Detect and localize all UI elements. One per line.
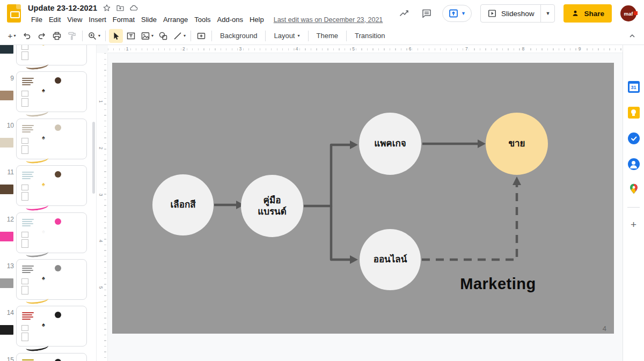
avatar-status-badge <box>634 11 638 15</box>
ruler-number: 6 <box>408 46 413 51</box>
google-tasks-icon[interactable] <box>627 131 641 145</box>
slide-thumbnail-card[interactable]: ♠ <box>16 353 87 361</box>
activity-dashboard-icon[interactable] <box>397 6 411 20</box>
slideshow-icon <box>487 9 497 18</box>
google-keep-icon[interactable] <box>627 106 641 120</box>
vertical-ruler: 12345 <box>97 53 108 361</box>
slide-thumbnail-card[interactable]: ♠ <box>16 119 87 159</box>
ruler-number: 3 <box>238 46 243 51</box>
ruler-number: 1 <box>98 99 104 104</box>
slide-thumbnail-number: 9 <box>2 75 14 82</box>
layout-button[interactable]: Layout▾ <box>268 29 305 43</box>
select-tool-button[interactable] <box>109 29 123 43</box>
zoom-button[interactable]: ▾ <box>86 29 102 43</box>
slide-thumbnail[interactable]: 11 ♠ <box>0 165 96 207</box>
get-add-ons-icon[interactable]: + <box>631 219 636 231</box>
slides-home-button[interactable] <box>0 0 28 27</box>
last-edit-link[interactable]: Last edit was on December 23, 2021 <box>274 16 383 24</box>
menu-file[interactable]: File <box>28 14 46 25</box>
insert-shape-button[interactable] <box>156 29 170 43</box>
slideshow-button[interactable]: Slideshow <box>481 5 541 22</box>
menu-arrange[interactable]: Arrange <box>160 14 191 25</box>
slide-thumbnail-number: 13 <box>2 262 14 270</box>
slideshow-dropdown-caret[interactable]: ▼ <box>540 5 554 22</box>
menu-view[interactable]: View <box>64 14 85 25</box>
marketing-text[interactable]: Marketing <box>434 275 562 293</box>
slide-thumbnail-card[interactable]: ♠ <box>16 306 87 347</box>
menu-tools[interactable]: Tools <box>191 14 214 25</box>
google-maps-icon[interactable] <box>627 182 641 196</box>
flow-node-brand-manual[interactable]: คู่มือ แบรนด์ <box>241 175 303 237</box>
ruler-number: 4 <box>295 46 299 51</box>
undo-button[interactable] <box>20 29 34 43</box>
ruler-number: 5 <box>98 285 104 290</box>
flow-node-package[interactable]: แพคเกจ <box>359 113 421 175</box>
flow-node-online[interactable]: ออนไลน์ <box>360 229 421 290</box>
menu-bar: File Edit View Insert Format Slide Arran… <box>28 14 397 25</box>
comment-history-icon[interactable] <box>420 6 434 20</box>
slide-thumbnail-card[interactable]: ♠ <box>16 71 87 112</box>
present-button[interactable]: ▼ <box>442 5 472 22</box>
chevron-up-icon <box>628 32 636 40</box>
menu-help[interactable]: Help <box>246 14 267 25</box>
slide-thumbnail-card[interactable]: ♠ <box>16 165 87 206</box>
menu-insert[interactable]: Insert <box>85 14 109 25</box>
star-icon[interactable] <box>103 4 111 12</box>
app-header: Update 23-12-2021 File Edit View Insert … <box>0 0 644 27</box>
slideshow-button-group: Slideshow ▼ <box>480 4 555 23</box>
menu-format[interactable]: Format <box>109 14 138 25</box>
filmstrip-scrollbar[interactable] <box>92 122 95 194</box>
present-icon <box>448 8 459 19</box>
insert-line-button[interactable]: ▾ <box>171 29 187 43</box>
slide-thumbnail[interactable]: 13 ♠ <box>0 259 96 301</box>
slide-thumbnail[interactable]: 9 ♠ <box>0 71 96 113</box>
cloud-saved-icon[interactable] <box>129 4 138 12</box>
ruler-number: 2 <box>98 145 104 150</box>
print-button[interactable] <box>50 29 64 43</box>
slide-thumbnail-number: 14 <box>2 309 14 316</box>
slide-thumbnail[interactable]: 12 ♠ <box>0 212 96 254</box>
slide-thumbnail-number: 12 <box>2 216 14 223</box>
ruler-number: 3 <box>98 192 104 197</box>
redo-button[interactable] <box>35 29 49 43</box>
account-avatar[interactable]: maf <box>620 5 636 21</box>
flow-node-sell[interactable]: ขาย <box>486 113 548 175</box>
insert-image-button[interactable]: ▾ <box>139 29 155 43</box>
slide-thumbnail-card[interactable]: ♠ <box>16 212 87 253</box>
paint-format-button[interactable] <box>65 29 79 43</box>
google-slides-app: Update 23-12-2021 File Edit View Insert … <box>0 0 644 361</box>
slide-canvas[interactable]: เลือกสี คู่มือ แบรนด์ แพคเกจ ขาย ออนไลน์… <box>112 63 614 334</box>
slide-thumbnail-number: 10 <box>2 122 14 129</box>
slide-thumbnail-card[interactable]: ♠ <box>16 45 87 65</box>
background-button[interactable]: Background <box>215 29 262 43</box>
cursor-icon <box>111 31 121 41</box>
menu-edit[interactable]: Edit <box>46 14 64 25</box>
editing-workspace: 123456789 12345 <box>97 45 623 361</box>
ruler-number: 2 <box>181 46 186 51</box>
slide-thumbnail-card[interactable]: ♠ <box>16 259 87 300</box>
insert-text-box-button[interactable] <box>194 29 208 43</box>
slide-thumbnail[interactable]: 10 ♠ <box>0 119 96 160</box>
slide-filmstrip: ♠ 9 ♠ 10 <box>0 45 97 361</box>
share-button[interactable]: Share <box>564 4 612 23</box>
transition-button[interactable]: Transition <box>349 29 391 43</box>
share-person-icon <box>571 9 580 18</box>
ruler-number: 4 <box>98 239 104 244</box>
document-title[interactable]: Update 23-12-2021 <box>28 4 97 12</box>
slide-thumbnail[interactable]: 14 ♠ <box>0 306 96 348</box>
text-box-button[interactable] <box>124 29 138 43</box>
google-calendar-icon[interactable]: 31 <box>627 80 641 94</box>
slide-thumbnail-number: 11 <box>2 168 14 176</box>
move-folder-icon[interactable] <box>116 4 125 12</box>
google-contacts-icon[interactable] <box>627 157 641 171</box>
slide-thumbnail[interactable]: 15 ♠ <box>0 353 96 361</box>
present-dropdown-caret[interactable]: ▼ <box>461 11 466 16</box>
ruler-number: 1 <box>125 46 130 51</box>
new-slide-button[interactable]: +▾ <box>5 29 19 43</box>
collapse-toolbar-button[interactable] <box>625 29 639 43</box>
menu-addons[interactable]: Add-ons <box>214 14 246 25</box>
flow-node-choose-color[interactable]: เลือกสี <box>152 174 214 235</box>
menu-slide[interactable]: Slide <box>138 14 160 25</box>
horizontal-ruler: 123456789 <box>108 45 623 53</box>
theme-button[interactable]: Theme <box>311 29 343 43</box>
